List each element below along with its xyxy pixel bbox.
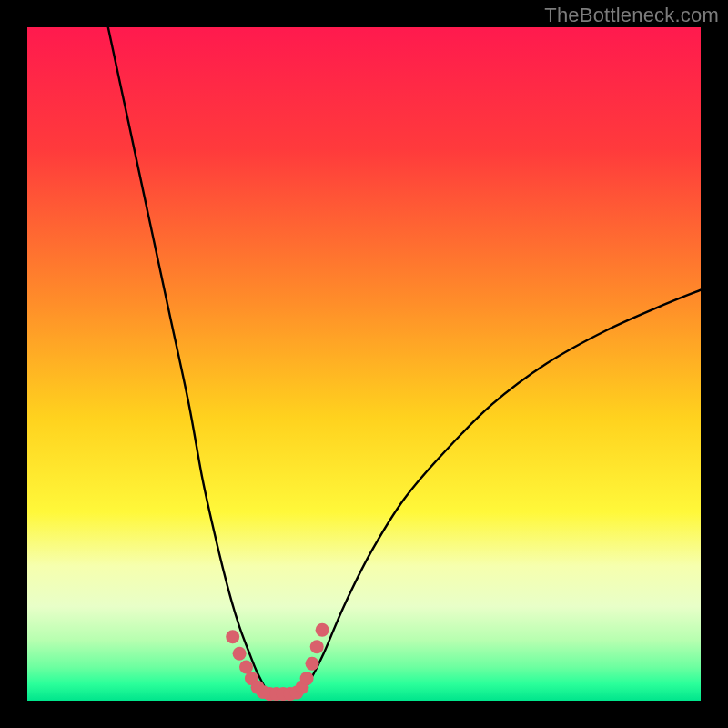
valley-dot <box>310 640 324 653</box>
watermark-text: TheBottleneck.com <box>544 4 719 27</box>
plot-area <box>27 27 701 701</box>
curve-right-branch <box>303 290 701 691</box>
curve-left-branch <box>108 27 267 691</box>
valley-dot <box>233 647 247 661</box>
valley-dot <box>300 672 314 685</box>
valley-dot <box>316 623 329 637</box>
valley-dot <box>306 657 319 671</box>
outer-frame: TheBottleneck.com <box>0 0 728 728</box>
curve-layer <box>27 27 701 701</box>
valley-dot <box>226 630 239 643</box>
